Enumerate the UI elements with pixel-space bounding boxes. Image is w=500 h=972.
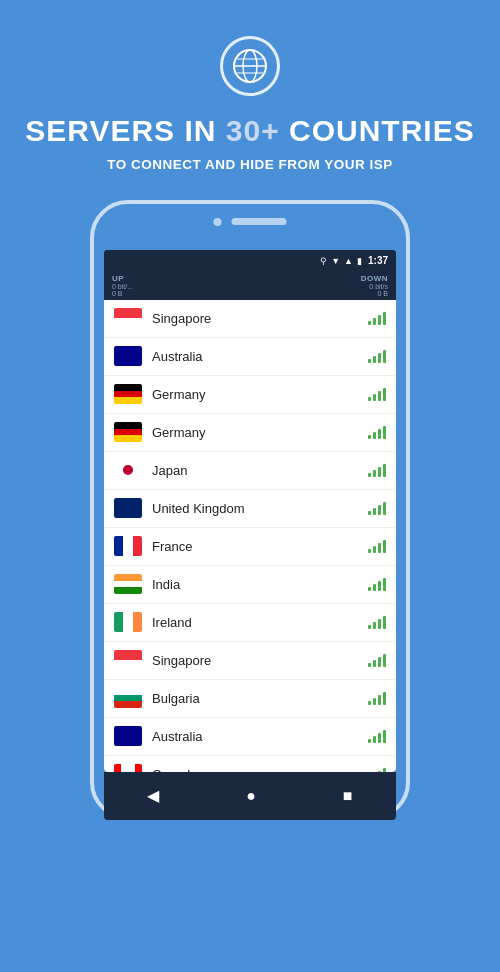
title-prefix: SERVERS IN (25, 114, 226, 147)
globe-icon (220, 36, 280, 96)
phone-nav-bar: ◀ ● ■ (104, 772, 396, 820)
list-item[interactable]: Germany (104, 414, 396, 452)
signal-bars (368, 349, 386, 363)
down-val1: 0 bit/s (369, 283, 388, 290)
up-label: UP (112, 274, 250, 283)
country-name: India (152, 577, 368, 592)
signal-bars (368, 463, 386, 477)
signal-bars (368, 311, 386, 325)
headline: SERVERS IN 30+ COUNTRIES TO CONNECT AND … (5, 114, 494, 172)
country-name: Canada (152, 767, 368, 772)
list-item[interactable]: Germany (104, 376, 396, 414)
list-item[interactable]: Australia (104, 338, 396, 376)
camera-dot (214, 218, 222, 226)
location-icon: ⚲ (320, 256, 327, 266)
signal-bars (368, 577, 386, 591)
battery-icon: ▮ (357, 256, 362, 266)
speaker-bar (232, 218, 287, 225)
country-name: Australia (152, 729, 368, 744)
list-item[interactable]: Singapore (104, 642, 396, 680)
flag-ie (114, 612, 142, 632)
up-val2: 0 B (112, 290, 250, 297)
up-val1: 0 bit/... (112, 283, 250, 290)
country-name: Germany (152, 425, 368, 440)
wifi-icon: ▲ (344, 256, 353, 266)
title-suffix: COUNTRIES (280, 114, 475, 147)
recent-button[interactable]: ■ (343, 787, 353, 805)
down-section: DOWN 0 bit/s 0 B (250, 274, 388, 297)
down-label: DOWN (361, 274, 388, 283)
list-item[interactable]: Bulgaria (104, 680, 396, 718)
status-time: 1:37 (368, 255, 388, 266)
country-name: Ireland (152, 615, 368, 630)
flag-de (114, 422, 142, 442)
flag-sg (114, 308, 142, 328)
list-item[interactable]: Japan (104, 452, 396, 490)
back-button[interactable]: ◀ (147, 786, 159, 805)
signal-bars (368, 615, 386, 629)
flag-sg (114, 650, 142, 670)
list-item[interactable]: United Kingdom (104, 490, 396, 528)
home-button[interactable]: ● (246, 787, 256, 805)
phone-top-area (214, 218, 287, 226)
signal-bars (368, 729, 386, 743)
signal-bars (368, 653, 386, 667)
phone-mockup: ⚲ ▼ ▲ ▮ 1:37 UP 0 bit/... 0 B DOWN 0 bit… (90, 200, 410, 820)
country-name: Australia (152, 349, 368, 364)
flag-gb (114, 498, 142, 518)
list-item[interactable]: Ireland (104, 604, 396, 642)
updown-bar: UP 0 bit/... 0 B DOWN 0 bit/s 0 B (104, 272, 396, 300)
flag-au (114, 726, 142, 746)
title-number: 30+ (226, 114, 280, 147)
down-val2: 0 B (377, 290, 388, 297)
list-item[interactable]: Canada (104, 756, 396, 772)
country-name: Singapore (152, 653, 368, 668)
flag-au (114, 346, 142, 366)
country-list[interactable]: SingaporeAustraliaGermanyGermanyJapanUni… (104, 300, 396, 772)
signal-bars (368, 767, 386, 772)
flag-bg (114, 688, 142, 708)
country-name: United Kingdom (152, 501, 368, 516)
main-title: SERVERS IN 30+ COUNTRIES (25, 114, 474, 149)
list-item[interactable]: India (104, 566, 396, 604)
sub-headline: TO CONNECT AND HIDE FROM YOUR ISP (25, 157, 474, 172)
signal-icon: ▼ (331, 256, 340, 266)
list-item[interactable]: France (104, 528, 396, 566)
signal-bars (368, 425, 386, 439)
flag-fr (114, 536, 142, 556)
country-name: Germany (152, 387, 368, 402)
status-bar: ⚲ ▼ ▲ ▮ 1:37 (104, 250, 396, 272)
signal-bars (368, 539, 386, 553)
list-item[interactable]: Australia (104, 718, 396, 756)
flag-ca (114, 764, 142, 772)
flag-de (114, 384, 142, 404)
list-item[interactable]: Singapore (104, 300, 396, 338)
country-name: Bulgaria (152, 691, 368, 706)
flag-jp (114, 460, 142, 480)
signal-bars (368, 387, 386, 401)
country-name: Singapore (152, 311, 368, 326)
country-name: Japan (152, 463, 368, 478)
flag-in (114, 574, 142, 594)
phone-screen: ⚲ ▼ ▲ ▮ 1:37 UP 0 bit/... 0 B DOWN 0 bit… (104, 250, 396, 772)
signal-bars (368, 501, 386, 515)
signal-bars (368, 691, 386, 705)
country-name: France (152, 539, 368, 554)
up-section: UP 0 bit/... 0 B (112, 274, 250, 297)
